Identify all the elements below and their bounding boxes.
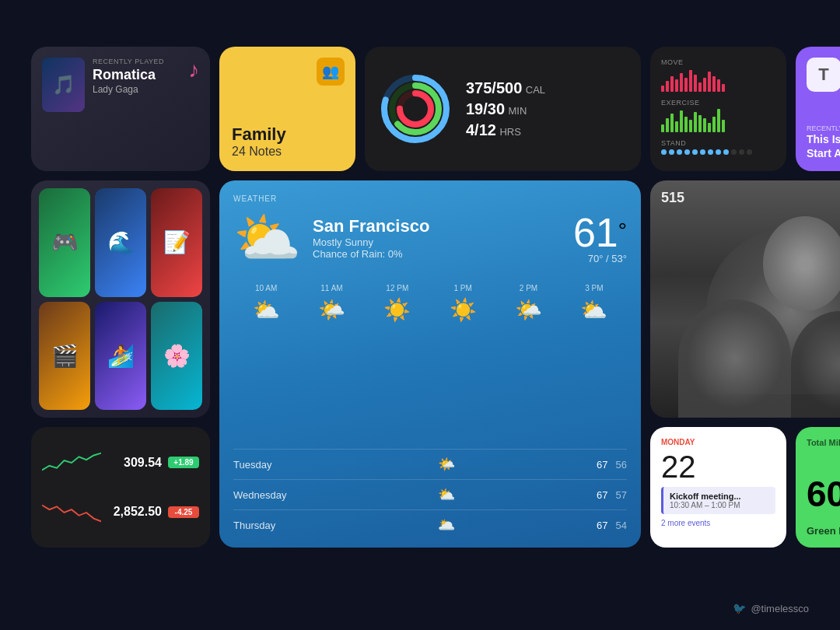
calendar-more-events: 2 more events (661, 519, 775, 527)
exercise-item: EXERCISE (661, 99, 775, 132)
daily-day: Wednesday (233, 489, 296, 501)
app-icon-2[interactable]: 🌊 (95, 188, 146, 297)
calendar-event-details: Kickoff meeting... 10:30 AM – 1:00 PM (670, 492, 741, 509)
calendar-date: 22 (661, 451, 775, 482)
music-artist: Lady Gaga (93, 84, 199, 95)
stand-dots (661, 149, 775, 155)
stock-price-1: 309.54 (107, 456, 162, 470)
move-item: MOVE (661, 58, 775, 92)
hourly-icon: 🌤️ (318, 297, 345, 323)
hourly-icon: ⛅ (253, 297, 280, 323)
weather-main: ⛅ San Francisco Mostly Sunny Chance of R… (233, 211, 627, 265)
weather-temperature: 61 (573, 210, 618, 255)
exercise-label: EXERCISE (661, 99, 775, 107)
photo-bw-image (650, 180, 840, 418)
hourly-item-1pm: 1 PM ☀️ (450, 284, 477, 323)
app-icon-3[interactable]: 📝 (151, 188, 202, 297)
hourly-icon: ⛅ (580, 297, 607, 323)
weather-sun-cloud-icon: ⛅ (233, 211, 301, 265)
daily-row-thursday: Thursday 🌥️ 6754 (233, 509, 627, 534)
stock-row-2: 2,852.50 -4.25 (42, 499, 199, 526)
podcast-card: T 🎙 RECENTLY ADDED This Is Good Time To … (796, 47, 840, 171)
photo-card: 515 (650, 180, 840, 418)
hourly-forecast: 10 AM ⛅ 11 AM 🌤️ 12 PM ☀️ 1 PM ☀️ 2 PM 🌤… (233, 284, 627, 323)
calendar-day-label: MONDAY (661, 438, 775, 446)
notes-subtitle: 24 Notes (232, 145, 343, 159)
daily-icon: ⛅ (438, 486, 455, 503)
weather-city: San Francisco (313, 216, 562, 236)
mes-card: MOVE EXERCISE (650, 47, 786, 171)
exercise-bars (661, 109, 775, 132)
stock-chart-1 (42, 449, 101, 476)
nike-total-label: Total Miles (807, 438, 840, 447)
app-icon-1[interactable]: 🎮 (39, 188, 90, 297)
stand-item: STAND (661, 139, 775, 155)
weather-description: Mostly Sunny (313, 236, 562, 248)
activity-card: 375/500 CAL 19/30 MIN 4/12 HRS (365, 47, 641, 171)
hourly-icon: 🌤️ (515, 297, 542, 323)
activity-minutes: 19/30 (466, 100, 505, 117)
notes-card[interactable]: 👥 Family 24 Notes (219, 47, 355, 171)
activity-hours: 4/12 (466, 121, 496, 138)
calendar-event-title: Kickoff meeting... (670, 492, 741, 501)
app-icon-5[interactable]: 🏄 (95, 302, 146, 411)
hourly-time: 12 PM (386, 284, 408, 292)
nike-level: Green Level (807, 525, 840, 537)
daily-temps: 6756 (597, 459, 627, 471)
activity-rings-svg (380, 74, 450, 144)
notes-icon: 👥 (317, 58, 345, 86)
music-card: 🎵 RECENTLY PLAYED Romatica Lady Gaga ♪ (31, 47, 210, 171)
stocks-card: 309.54 +1.89 2,852.50 -4.25 (31, 427, 210, 548)
weather-temperature-block: 61° 70° / 53° (573, 212, 627, 264)
weather-info: San Francisco Mostly Sunny Chance of Rai… (313, 216, 562, 260)
podcast-info: RECENTLY ADDED This Is Good Time To Star… (807, 124, 840, 160)
album-cover: 🎵 (42, 58, 85, 112)
daily-forecast: Tuesday 🌤️ 6756 Wednesday ⛅ 6757 Thursda… (233, 449, 627, 534)
watermark-text: @timelessco (751, 603, 809, 614)
stand-label: STAND (661, 139, 775, 147)
daily-row-wednesday: Wednesday ⛅ 6757 (233, 479, 627, 503)
daily-icon: 🌤️ (438, 456, 455, 473)
hourly-item-3pm: 3 PM ⛅ (580, 284, 607, 323)
nike-miles: 602.2 (807, 476, 840, 512)
daily-temps: 6757 (597, 489, 627, 501)
move-bars (661, 68, 775, 92)
watermark: 🐦 @timelessco (733, 602, 809, 614)
stock-price-2: 2,852.50 (107, 505, 162, 519)
hourly-icon: ☀️ (383, 297, 411, 323)
podcast-title: This Is Good Time To Start A G... (807, 132, 840, 160)
weather-label: WEATHER (233, 194, 627, 203)
move-label: MOVE (661, 58, 775, 66)
app-icon-6[interactable]: 🌸 (151, 302, 202, 411)
nike-header: Total Miles ✔ NRC (807, 438, 840, 462)
hourly-time: 2 PM (520, 284, 537, 292)
activity-hours-unit: HRS (499, 126, 520, 138)
calendar-event-time: 10:30 AM – 1:00 PM (670, 501, 741, 509)
hourly-item-11am: 11 AM 🌤️ (318, 284, 345, 323)
weather-rain: Chance of Rain: 0% (313, 248, 562, 260)
stock-chart-2 (42, 499, 101, 526)
recently-played-label: RECENTLY PLAYED (93, 58, 199, 65)
app-icon-4[interactable]: 🎬 (39, 302, 90, 411)
stock-change-1: +1.89 (168, 457, 199, 468)
activity-stats: 375/500 CAL 19/30 MIN 4/12 HRS (466, 79, 545, 139)
activity-calories: 375/500 (466, 79, 522, 96)
nike-running-card: Total Miles ✔ NRC 602.2 Green Level (796, 427, 840, 548)
hourly-time: 10 AM (255, 284, 277, 292)
podcast-t-icon: T (807, 58, 840, 92)
stock-change-2: -4.25 (168, 506, 199, 518)
calendar-event: Kickoff meeting... 10:30 AM – 1:00 PM (661, 487, 775, 514)
hourly-item-10am: 10 AM ⛅ (253, 284, 280, 323)
app-grid-card: 🎮 🌊 📝 🎬 🏄 🌸 (31, 180, 210, 418)
hourly-time: 11 AM (320, 284, 342, 292)
music-title: Romatica (93, 67, 199, 84)
hourly-icon: ☀️ (450, 297, 477, 323)
activity-minutes-unit: MIN (509, 105, 527, 117)
podcast-icons-row: T 🎙 (807, 58, 840, 92)
daily-icon: 🌥️ (438, 516, 455, 534)
daily-day: Thursday (233, 520, 296, 531)
activity-calories-unit: CAL (526, 84, 545, 96)
notes-title: Family (232, 124, 343, 145)
hourly-time: 3 PM (585, 284, 603, 292)
daily-temps: 6754 (597, 520, 627, 531)
